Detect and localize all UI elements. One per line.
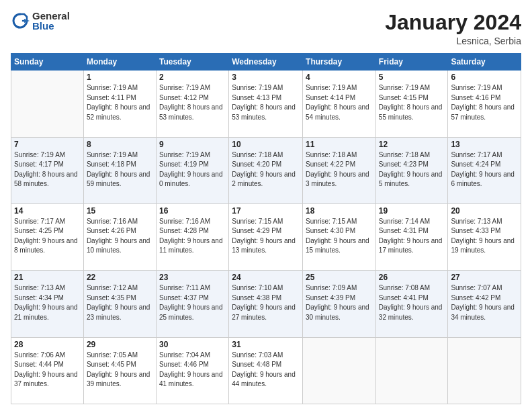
- day-info: Sunrise: 7:13 AM Sunset: 4:33 PM Dayligh…: [451, 217, 518, 256]
- calendar-cell: 13Sunrise: 7:17 AM Sunset: 4:24 PM Dayli…: [448, 137, 521, 203]
- calendar-cell: 7Sunrise: 7:19 AM Sunset: 4:17 PM Daylig…: [11, 137, 84, 203]
- weekday-header: Sunday: [11, 54, 84, 71]
- logo-text: General Blue: [32, 11, 70, 31]
- page-header: General Blue January 2024 Lesnica, Serbi…: [11, 11, 521, 46]
- day-number: 12: [379, 140, 445, 149]
- day-number: 31: [232, 340, 300, 349]
- day-number: 17: [232, 206, 300, 216]
- calendar-cell: 30Sunrise: 7:04 AM Sunset: 4:46 PM Dayli…: [156, 337, 228, 404]
- day-number: 19: [379, 206, 445, 216]
- logo-blue-text: Blue: [32, 21, 70, 31]
- weekday-header: Thursday: [303, 54, 376, 71]
- day-info: Sunrise: 7:10 AM Sunset: 4:38 PM Dayligh…: [232, 283, 300, 322]
- day-info: Sunrise: 7:19 AM Sunset: 4:15 PM Dayligh…: [379, 83, 445, 122]
- logo-general-text: General: [32, 11, 70, 21]
- page-container: General Blue January 2024 Lesnica, Serbi…: [0, 0, 532, 411]
- day-info: Sunrise: 7:17 AM Sunset: 4:25 PM Dayligh…: [14, 217, 81, 256]
- calendar-table: SundayMondayTuesdayWednesdayThursdayFrid…: [11, 53, 521, 404]
- day-info: Sunrise: 7:11 AM Sunset: 4:37 PM Dayligh…: [159, 283, 226, 322]
- day-info: Sunrise: 7:19 AM Sunset: 4:12 PM Dayligh…: [159, 83, 226, 122]
- day-number: 8: [87, 140, 153, 149]
- calendar-cell: 28Sunrise: 7:06 AM Sunset: 4:44 PM Dayli…: [11, 337, 84, 404]
- calendar-cell: 11Sunrise: 7:18 AM Sunset: 4:22 PM Dayli…: [303, 137, 376, 203]
- day-info: Sunrise: 7:18 AM Sunset: 4:20 PM Dayligh…: [232, 150, 300, 189]
- weekday-header: Friday: [375, 54, 448, 71]
- day-number: 28: [14, 340, 81, 349]
- logo-icon: [11, 11, 30, 30]
- day-info: Sunrise: 7:07 AM Sunset: 4:42 PM Dayligh…: [451, 283, 518, 322]
- day-number: 21: [14, 273, 81, 282]
- day-info: Sunrise: 7:15 AM Sunset: 4:29 PM Dayligh…: [232, 217, 300, 256]
- calendar-cell: 10Sunrise: 7:18 AM Sunset: 4:20 PM Dayli…: [229, 137, 303, 203]
- calendar-week-row: 28Sunrise: 7:06 AM Sunset: 4:44 PM Dayli…: [11, 337, 521, 404]
- day-info: Sunrise: 7:03 AM Sunset: 4:48 PM Dayligh…: [232, 351, 300, 390]
- weekday-header: Monday: [83, 54, 156, 71]
- day-info: Sunrise: 7:19 AM Sunset: 4:18 PM Dayligh…: [87, 150, 153, 189]
- calendar-cell: 20Sunrise: 7:13 AM Sunset: 4:33 PM Dayli…: [448, 203, 521, 270]
- weekday-header: Tuesday: [156, 54, 228, 71]
- day-number: 5: [379, 73, 445, 82]
- calendar-cell: 23Sunrise: 7:11 AM Sunset: 4:37 PM Dayli…: [156, 271, 228, 337]
- day-info: Sunrise: 7:15 AM Sunset: 4:30 PM Dayligh…: [306, 217, 373, 256]
- calendar-week-row: 14Sunrise: 7:17 AM Sunset: 4:25 PM Dayli…: [11, 203, 521, 270]
- day-info: Sunrise: 7:14 AM Sunset: 4:31 PM Dayligh…: [379, 217, 445, 256]
- day-info: Sunrise: 7:19 AM Sunset: 4:11 PM Dayligh…: [87, 83, 153, 122]
- calendar-cell: 4Sunrise: 7:19 AM Sunset: 4:14 PM Daylig…: [303, 71, 376, 137]
- calendar-cell: 21Sunrise: 7:13 AM Sunset: 4:34 PM Dayli…: [11, 271, 84, 337]
- calendar-cell: 3Sunrise: 7:19 AM Sunset: 4:13 PM Daylig…: [229, 71, 303, 137]
- calendar-cell: 15Sunrise: 7:16 AM Sunset: 4:26 PM Dayli…: [83, 203, 156, 270]
- day-number: 27: [451, 273, 518, 282]
- day-info: Sunrise: 7:12 AM Sunset: 4:35 PM Dayligh…: [87, 283, 153, 322]
- calendar-cell: 9Sunrise: 7:19 AM Sunset: 4:19 PM Daylig…: [156, 137, 228, 203]
- day-info: Sunrise: 7:13 AM Sunset: 4:34 PM Dayligh…: [14, 283, 81, 322]
- day-info: Sunrise: 7:04 AM Sunset: 4:46 PM Dayligh…: [159, 351, 226, 390]
- calendar-cell: 24Sunrise: 7:10 AM Sunset: 4:38 PM Dayli…: [229, 271, 303, 337]
- calendar-cell: 22Sunrise: 7:12 AM Sunset: 4:35 PM Dayli…: [83, 271, 156, 337]
- day-info: Sunrise: 7:18 AM Sunset: 4:22 PM Dayligh…: [306, 150, 373, 189]
- calendar-cell: 1Sunrise: 7:19 AM Sunset: 4:11 PM Daylig…: [83, 71, 156, 137]
- day-number: 3: [232, 73, 300, 82]
- day-info: Sunrise: 7:19 AM Sunset: 4:19 PM Dayligh…: [159, 150, 226, 189]
- calendar-cell: 19Sunrise: 7:14 AM Sunset: 4:31 PM Dayli…: [375, 203, 448, 270]
- logo: General Blue: [11, 11, 70, 31]
- calendar-header-row: SundayMondayTuesdayWednesdayThursdayFrid…: [11, 54, 521, 71]
- day-number: 9: [159, 140, 226, 149]
- calendar-cell: 2Sunrise: 7:19 AM Sunset: 4:12 PM Daylig…: [156, 71, 228, 137]
- day-info: Sunrise: 7:19 AM Sunset: 4:17 PM Dayligh…: [14, 150, 81, 189]
- weekday-header: Wednesday: [229, 54, 303, 71]
- day-number: 4: [306, 73, 373, 82]
- title-block: January 2024 Lesnica, Serbia: [385, 11, 521, 46]
- calendar-cell: [375, 337, 448, 404]
- day-info: Sunrise: 7:19 AM Sunset: 4:16 PM Dayligh…: [451, 83, 518, 122]
- day-number: 23: [159, 273, 226, 282]
- day-info: Sunrise: 7:18 AM Sunset: 4:23 PM Dayligh…: [379, 150, 445, 189]
- calendar-week-row: 21Sunrise: 7:13 AM Sunset: 4:34 PM Dayli…: [11, 271, 521, 337]
- month-title: January 2024: [385, 11, 521, 34]
- day-info: Sunrise: 7:05 AM Sunset: 4:45 PM Dayligh…: [87, 351, 153, 390]
- calendar-cell: 8Sunrise: 7:19 AM Sunset: 4:18 PM Daylig…: [83, 137, 156, 203]
- weekday-header: Saturday: [448, 54, 521, 71]
- day-number: 26: [379, 273, 445, 282]
- day-info: Sunrise: 7:17 AM Sunset: 4:24 PM Dayligh…: [451, 150, 518, 189]
- day-number: 30: [159, 340, 226, 349]
- day-number: 6: [451, 73, 518, 82]
- calendar-cell: [303, 337, 376, 404]
- day-info: Sunrise: 7:16 AM Sunset: 4:28 PM Dayligh…: [159, 217, 226, 256]
- day-number: 16: [159, 206, 226, 216]
- calendar-cell: 12Sunrise: 7:18 AM Sunset: 4:23 PM Dayli…: [375, 137, 448, 203]
- day-number: 29: [87, 340, 153, 349]
- calendar-cell: 25Sunrise: 7:09 AM Sunset: 4:39 PM Dayli…: [303, 271, 376, 337]
- day-number: 20: [451, 206, 518, 216]
- calendar-cell: 17Sunrise: 7:15 AM Sunset: 4:29 PM Dayli…: [229, 203, 303, 270]
- day-number: 13: [451, 140, 518, 149]
- calendar-cell: 18Sunrise: 7:15 AM Sunset: 4:30 PM Dayli…: [303, 203, 376, 270]
- day-info: Sunrise: 7:09 AM Sunset: 4:39 PM Dayligh…: [306, 283, 373, 322]
- day-number: 15: [87, 206, 153, 216]
- calendar-cell: [11, 71, 84, 137]
- day-number: 14: [14, 206, 81, 216]
- day-info: Sunrise: 7:06 AM Sunset: 4:44 PM Dayligh…: [14, 351, 81, 390]
- day-number: 1: [87, 73, 153, 82]
- day-info: Sunrise: 7:19 AM Sunset: 4:13 PM Dayligh…: [232, 83, 300, 122]
- day-number: 10: [232, 140, 300, 149]
- day-info: Sunrise: 7:16 AM Sunset: 4:26 PM Dayligh…: [87, 217, 153, 256]
